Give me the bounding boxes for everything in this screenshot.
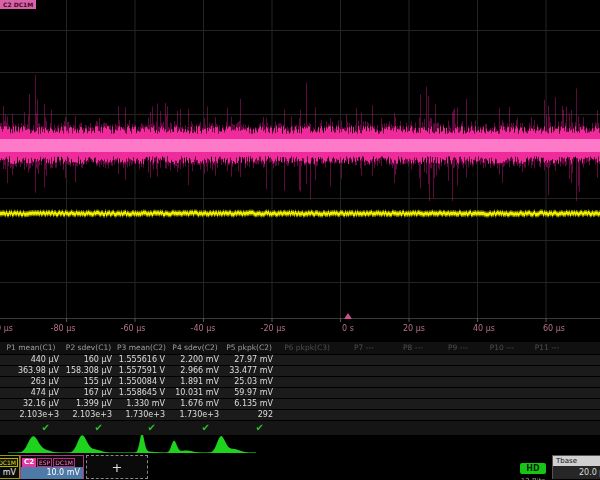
- stats-cell: [436, 399, 480, 409]
- add-trace-button[interactable]: +: [86, 455, 148, 479]
- hd-badge: HD: [520, 463, 545, 474]
- c2-esp-badge: ESP: [37, 458, 52, 467]
- c1-vdiv-value: 10.0 mV: [0, 467, 19, 479]
- stats-cell: 1.399 µV: [62, 399, 115, 409]
- time-axis: -100 µs-80 µs-60 µs-40 µs-20 µs0 s20 µs4…: [0, 323, 600, 334]
- stats-cell: [480, 399, 524, 409]
- stats-cell: [338, 377, 390, 387]
- time-axis-label: -40 µs: [191, 323, 216, 334]
- oscilloscope-screen: C2 DC1M -100 µs-80 µs-60 µs-40 µs-20 µs0…: [0, 0, 600, 480]
- status-check-icon: [276, 421, 338, 435]
- channel-descriptor-c2[interactable]: C2 ESP DC1M 10.0 mV: [20, 455, 84, 479]
- status-check-icon: [338, 421, 390, 435]
- stats-cell: 1.557591 V: [115, 366, 168, 376]
- stats-cell: [338, 410, 390, 420]
- stats-cell: 155 µV: [62, 377, 115, 387]
- measurement-header-p7[interactable]: P7 ---: [338, 342, 390, 354]
- stats-cell: 1.730e+3: [115, 410, 168, 420]
- stats-cell: 1.891 mV: [168, 377, 222, 387]
- status-check-icon: ✔: [62, 421, 115, 435]
- stats-cell: 167 µV: [62, 388, 115, 398]
- stats-cell: [524, 366, 570, 376]
- stats-cell: [436, 355, 480, 365]
- channel-descriptor-c1[interactable]: DC1M 10.0 mV: [0, 455, 20, 479]
- stats-cell: [338, 355, 390, 365]
- measurement-header-p5[interactable]: P5 pkpk(C2): [222, 342, 276, 354]
- stats-cell: [436, 366, 480, 376]
- stats-cell: 1.330 mV: [115, 399, 168, 409]
- stats-cell: [480, 355, 524, 365]
- stats-cell: 2.966 mV: [168, 366, 222, 376]
- stats-cell: [390, 388, 436, 398]
- stats-cell: [480, 388, 524, 398]
- stats-cell: [480, 366, 524, 376]
- plus-icon: +: [112, 460, 123, 475]
- stats-cell: [276, 366, 338, 376]
- status-check-icon: [390, 421, 436, 435]
- stats-cell: 440 µV: [0, 355, 62, 365]
- measurement-header-p11[interactable]: P11 ---: [524, 342, 570, 354]
- stats-cell: [480, 410, 524, 420]
- measurement-header-p3[interactable]: P3 mean(C2): [115, 342, 168, 354]
- stats-cell: [524, 410, 570, 420]
- stats-cell: [276, 388, 338, 398]
- status-check-icon: ✔: [168, 421, 222, 435]
- measurement-header-p9[interactable]: P9 ---: [436, 342, 480, 354]
- stats-cell: [338, 388, 390, 398]
- stats-cell: [390, 355, 436, 365]
- stats-cell: 1.555616 V: [115, 355, 168, 365]
- measurement-header-p8[interactable]: P8 ---: [390, 342, 436, 354]
- c2-coupling-badge: DC1M: [53, 458, 75, 467]
- time-axis-label: -100 µs: [0, 323, 13, 334]
- stats-cell: [338, 399, 390, 409]
- stats-cell: 27.97 mV: [222, 355, 276, 365]
- stats-cell: 1.550084 V: [115, 377, 168, 387]
- stats-cell: [276, 355, 338, 365]
- tbase-value: 20.0 µs/div: [553, 466, 600, 479]
- measurement-header-p4[interactable]: P4 sdev(C2): [168, 342, 222, 354]
- stats-cell: 363.98 µV: [0, 366, 62, 376]
- stats-cell: 1.730e+3: [168, 410, 222, 420]
- stats-cell: [276, 410, 338, 420]
- status-check-icon: [524, 421, 570, 435]
- stats-cell: 6.135 mV: [222, 399, 276, 409]
- hd-indicator: HD 12 Bits: [515, 456, 551, 480]
- stats-cell: 474 µV: [0, 388, 62, 398]
- stats-cell: 59.97 mV: [222, 388, 276, 398]
- timebase-descriptor[interactable]: Tbase 20.0 µs/div: [552, 455, 600, 479]
- stats-cell: [524, 388, 570, 398]
- measurement-header-p2[interactable]: P2 sdev(C1): [62, 342, 115, 354]
- stats-cell: 2.103e+3: [62, 410, 115, 420]
- time-axis-label: 20 µs: [403, 323, 425, 334]
- stats-cell: [390, 377, 436, 387]
- measurement-header-p6[interactable]: P6 pkpk(C3): [276, 342, 338, 354]
- stats-cell: [524, 399, 570, 409]
- time-axis-label: -20 µs: [261, 323, 286, 334]
- measurement-header-p10[interactable]: P10 ---: [480, 342, 524, 354]
- stats-cell: 158.308 µV: [62, 366, 115, 376]
- status-check-icon: ✔: [0, 421, 62, 435]
- stats-cell: [480, 377, 524, 387]
- stats-cell: [276, 377, 338, 387]
- trigger-time-marker-icon[interactable]: [344, 313, 352, 319]
- status-check-icon: [480, 421, 524, 435]
- stats-cell: 263 µV: [0, 377, 62, 387]
- stats-cell: 1.558645 V: [115, 388, 168, 398]
- stats-cell: 292: [222, 410, 276, 420]
- stats-cell: 33.477 mV: [222, 366, 276, 376]
- measurement-header-p1[interactable]: P1 mean(C1): [0, 342, 62, 354]
- time-axis-label: -80 µs: [51, 323, 76, 334]
- stats-cell: [338, 366, 390, 376]
- stats-cell: 1.676 mV: [168, 399, 222, 409]
- status-check-icon: [436, 421, 480, 435]
- grid-trace-tag: C2 DC1M: [0, 0, 36, 9]
- c2-vdiv-field[interactable]: 10.0 mV: [21, 467, 83, 479]
- stats-cell: [436, 410, 480, 420]
- stats-cell: 25.03 mV: [222, 377, 276, 387]
- stats-cell: 2.200 mV: [168, 355, 222, 365]
- stats-cell: [276, 399, 338, 409]
- stats-cell: [436, 377, 480, 387]
- stats-cell: 32.16 µV: [0, 399, 62, 409]
- stats-cell: [390, 366, 436, 376]
- stats-cell: 160 µV: [62, 355, 115, 365]
